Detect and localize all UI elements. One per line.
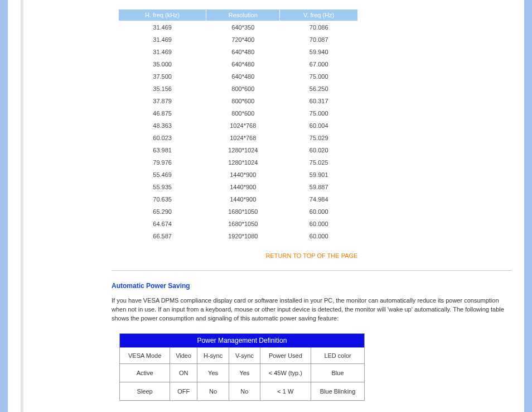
section-divider bbox=[112, 270, 512, 271]
table-cell: 60.023 bbox=[119, 132, 206, 144]
table-cell: 60.000 bbox=[280, 230, 358, 242]
table-cell: 1680*1050 bbox=[206, 218, 280, 230]
table-cell: 67.000 bbox=[280, 58, 358, 70]
table-cell: 720*400 bbox=[206, 33, 280, 46]
table-cell: 64.674 bbox=[119, 218, 206, 230]
table-cell: 56.250 bbox=[280, 83, 358, 95]
timing-header-hfreq: H. freq (kHz) bbox=[119, 9, 206, 21]
table-cell: Active bbox=[120, 363, 170, 382]
table-cell: Yes bbox=[197, 363, 229, 382]
table-cell: 640*480 bbox=[206, 46, 280, 58]
decorative-stripe-right bbox=[524, 0, 532, 412]
table-cell: 800*600 bbox=[206, 107, 280, 119]
power-table-header-cell: Power Used bbox=[260, 347, 311, 363]
decorative-stripe-left bbox=[0, 0, 8, 412]
table-cell: 31.469 bbox=[119, 33, 206, 46]
table-cell: 1440*900 bbox=[206, 169, 280, 181]
return-to-top-link[interactable]: RETURN TO TOP OF THE PAGE bbox=[266, 252, 358, 259]
table-row: 37.879800*60060.317 bbox=[119, 95, 358, 107]
table-cell: 60.317 bbox=[280, 95, 358, 107]
table-cell: 1280*1024 bbox=[206, 144, 280, 156]
table-cell: 1024*768 bbox=[206, 132, 280, 144]
table-cell: 70.635 bbox=[119, 193, 206, 205]
table-row: 60.0231024*76875.029 bbox=[119, 132, 358, 144]
power-table-header-cell: Video bbox=[170, 347, 197, 363]
table-cell: 66.587 bbox=[119, 230, 206, 242]
table-cell: 75.029 bbox=[280, 132, 358, 144]
table-cell: ON bbox=[170, 363, 197, 382]
table-row: 48.3631024*76860.004 bbox=[119, 119, 358, 132]
table-cell: 60.000 bbox=[280, 205, 358, 218]
timing-header-resolution: Resolution bbox=[206, 9, 280, 21]
timing-header-vfreq: V. freq (Hz) bbox=[280, 9, 358, 21]
table-cell: 37.879 bbox=[119, 95, 206, 107]
power-table-header-cell: LED color bbox=[311, 347, 365, 363]
table-cell: 800*600 bbox=[206, 95, 280, 107]
table-row: 35.000640*48067.000 bbox=[119, 58, 358, 70]
table-cell: 1680*1050 bbox=[206, 205, 280, 218]
power-table-header-cell: V-sync bbox=[229, 347, 260, 363]
table-cell: 60.020 bbox=[280, 144, 358, 156]
table-cell: 800*600 bbox=[206, 83, 280, 95]
table-cell: 75.000 bbox=[280, 107, 358, 119]
table-cell: 70.086 bbox=[280, 21, 358, 34]
table-row: 31.469640*35070.086 bbox=[119, 21, 358, 34]
table-cell: 59.901 bbox=[280, 169, 358, 181]
table-cell: 55.935 bbox=[119, 181, 206, 193]
power-saving-heading: Automatic Power Saving bbox=[112, 282, 512, 290]
table-cell: 1440*900 bbox=[206, 181, 280, 193]
power-table-title: Power Management Definition bbox=[120, 333, 365, 347]
table-cell: 46.875 bbox=[119, 107, 206, 119]
table-cell: 640*480 bbox=[206, 70, 280, 83]
table-row: SleepOFFNoNo< 1 WBlue Blinking bbox=[120, 382, 365, 400]
table-row: 35.156800*60056.250 bbox=[119, 83, 358, 95]
table-cell: 640*350 bbox=[206, 21, 280, 34]
table-row: 63.9811280*102460.020 bbox=[119, 144, 358, 156]
table-cell: < 45W (typ.) bbox=[260, 363, 311, 382]
table-cell: 31.469 bbox=[119, 46, 206, 58]
table-cell: 75.025 bbox=[280, 156, 358, 169]
table-cell: 1280*1024 bbox=[206, 156, 280, 169]
table-cell: 48.363 bbox=[119, 119, 206, 132]
table-row: 31.469640*48059.940 bbox=[119, 46, 358, 58]
table-cell: 35.156 bbox=[119, 83, 206, 95]
table-row: 66.5871920*108060.000 bbox=[119, 230, 358, 242]
table-cell: 79.976 bbox=[119, 156, 206, 169]
table-cell: 1440*900 bbox=[206, 193, 280, 205]
table-cell: 55.469 bbox=[119, 169, 206, 181]
timing-table: H. freq (kHz) Resolution V. freq (Hz) 31… bbox=[118, 9, 358, 242]
table-cell: 75.000 bbox=[280, 70, 358, 83]
table-cell: 60.000 bbox=[280, 218, 358, 230]
table-row: 70.6351440*90074.984 bbox=[119, 193, 358, 205]
power-table-header-cell: H-sync bbox=[197, 347, 229, 363]
table-cell: No bbox=[197, 382, 229, 400]
table-cell: 70.087 bbox=[280, 33, 358, 46]
table-row: 37.500640*48075.000 bbox=[119, 70, 358, 83]
table-cell: < 1 W bbox=[260, 382, 311, 400]
table-row: 31.469720*40070.087 bbox=[119, 33, 358, 46]
table-cell: Yes bbox=[229, 363, 260, 382]
table-cell: 1920*1080 bbox=[206, 230, 280, 242]
table-cell: 59.887 bbox=[280, 181, 358, 193]
power-table-header-cell: VESA Mode bbox=[120, 347, 170, 363]
table-row: ActiveONYesYes< 45W (typ.)Blue bbox=[120, 363, 365, 382]
table-cell: 63.981 bbox=[119, 144, 206, 156]
table-cell: 37.500 bbox=[119, 70, 206, 83]
table-row: 64.6741680*105060.000 bbox=[119, 218, 358, 230]
table-row: 65.2901680*105060.000 bbox=[119, 205, 358, 218]
table-row: 46.875800*60075.000 bbox=[119, 107, 358, 119]
table-cell: 65.290 bbox=[119, 205, 206, 218]
table-cell: 59.940 bbox=[280, 46, 358, 58]
table-cell: No bbox=[229, 382, 260, 400]
table-cell: Blue Blinking bbox=[311, 382, 365, 400]
table-cell: Sleep bbox=[120, 382, 170, 400]
table-cell: 640*480 bbox=[206, 58, 280, 70]
table-row: 79.9761280*102475.025 bbox=[119, 156, 358, 169]
main-content: H. freq (kHz) Resolution V. freq (Hz) 31… bbox=[112, 0, 512, 412]
power-saving-body: If you have VESA DPMS compliance display… bbox=[112, 296, 512, 323]
decorative-inner-stripe bbox=[21, 0, 23, 412]
table-cell: Blue bbox=[311, 363, 365, 382]
table-cell: OFF bbox=[170, 382, 197, 400]
table-row: 55.4691440*90059.901 bbox=[119, 169, 358, 181]
table-cell: 31.469 bbox=[119, 21, 206, 34]
